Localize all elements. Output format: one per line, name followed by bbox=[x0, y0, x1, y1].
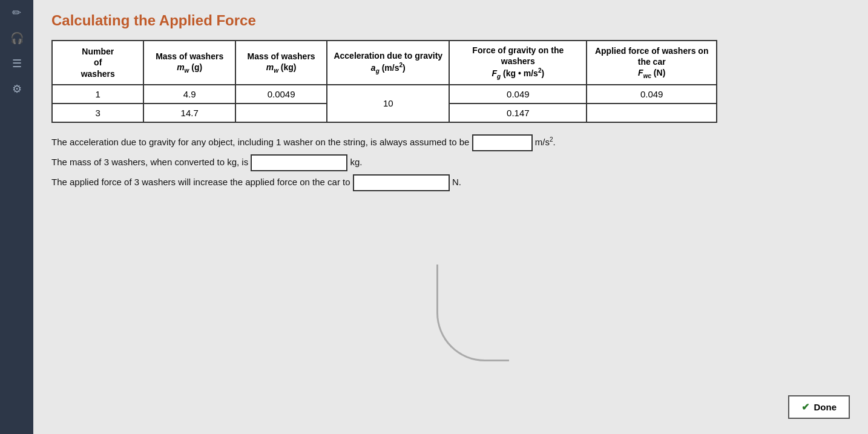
cell-mass-g-1: 4.9 bbox=[143, 85, 235, 104]
cell-number-3: 3 bbox=[52, 104, 143, 122]
line2: The mass of 3 washers, when converted to… bbox=[51, 154, 687, 171]
cell-accel: 10 bbox=[327, 85, 449, 122]
line2-unit: kg. bbox=[350, 157, 363, 167]
line3-unit: N. bbox=[452, 177, 461, 187]
header-mass-g: Mass of washers mw (g) bbox=[143, 41, 235, 85]
decorative-curve bbox=[436, 265, 509, 361]
gravity-input[interactable] bbox=[472, 134, 533, 151]
data-table: Numberofwashers Mass of washers mw (g) M… bbox=[51, 40, 717, 123]
settings-icon[interactable]: ⚙ bbox=[12, 82, 22, 96]
sidebar: ✏ 🎧 ☰ ⚙ bbox=[0, 0, 33, 434]
main-content: Calculating the Applied Force Numberofwa… bbox=[33, 0, 868, 434]
header-accel: Acceleration due to gravity ag (m/s2) bbox=[327, 41, 449, 85]
table-container: Numberofwashers Mass of washers mw (g) M… bbox=[51, 40, 850, 123]
done-button[interactable]: ✔ Done bbox=[788, 395, 850, 419]
cell-number-1: 1 bbox=[52, 85, 143, 104]
line1-text: The acceleration due to gravity for any … bbox=[51, 137, 469, 147]
line1-unit: m/s2. bbox=[535, 137, 556, 147]
cell-force-app-3 bbox=[587, 104, 717, 122]
checkmark-icon: ✔ bbox=[801, 401, 809, 413]
line2-text: The mass of 3 washers, when converted to… bbox=[51, 157, 248, 167]
cell-force-app-1: 0.049 bbox=[587, 85, 717, 104]
header-force-gravity: Force of gravity on the washers Fg (kg •… bbox=[449, 41, 587, 85]
cell-force-g-3: 0.147 bbox=[449, 104, 587, 122]
page-title: Calculating the Applied Force bbox=[51, 12, 850, 29]
cell-mass-kg-3 bbox=[235, 104, 327, 122]
header-number: Numberofwashers bbox=[52, 41, 143, 85]
mass-kg-input[interactable] bbox=[251, 154, 347, 171]
force-input[interactable] bbox=[353, 174, 450, 191]
header-mass-kg: Mass of washers mw (kg) bbox=[235, 41, 327, 85]
pencil-icon[interactable]: ✏ bbox=[12, 6, 21, 19]
headphone-icon[interactable]: 🎧 bbox=[10, 31, 24, 45]
done-label: Done bbox=[814, 402, 837, 412]
line1: The acceleration due to gravity for any … bbox=[51, 134, 687, 151]
cell-mass-kg-1: 0.0049 bbox=[235, 85, 327, 104]
cell-mass-g-3: 14.7 bbox=[143, 104, 235, 122]
menu-icon[interactable]: ☰ bbox=[12, 57, 22, 70]
cell-force-g-1: 0.049 bbox=[449, 85, 587, 104]
header-force-applied: Applied force of washers on the car Fwc … bbox=[587, 41, 717, 85]
table-row: 1 4.9 0.0049 10 0.049 0.049 bbox=[52, 85, 717, 104]
line3: The applied force of 3 washers will incr… bbox=[51, 174, 687, 191]
text-block: The acceleration due to gravity for any … bbox=[51, 134, 687, 191]
line3-text: The applied force of 3 washers will incr… bbox=[51, 177, 350, 187]
